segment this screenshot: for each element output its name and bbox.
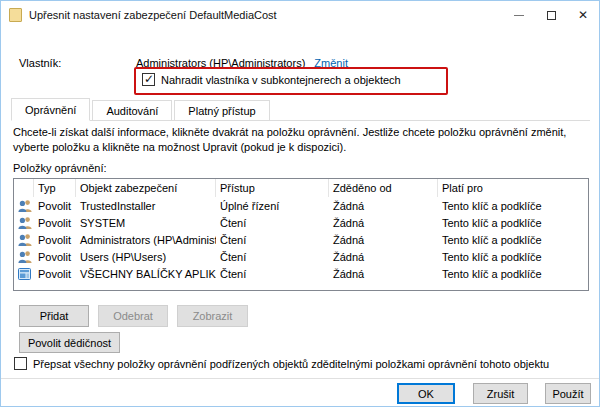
perm-applies: Tento klíč a podklíče [438,214,588,231]
perm-access: Čtení [216,231,329,248]
users-icon [14,231,34,248]
perm-principal: TrustedInstaller [76,197,216,214]
perm-type: Povolit [34,214,76,231]
owner-label: Vlastník: [19,57,61,69]
view-button: Zobrazit [177,305,248,327]
tab-auditing[interactable]: Auditování [92,100,172,121]
list-header: Typ Objekt zabezpečení Přístup Zděděno o… [14,179,588,197]
close-button[interactable]: ✕ [567,1,599,29]
window-controls: ✕ [503,1,599,29]
perm-inherited: Žádná [329,214,438,231]
perm-applies: Tento klíč a podklíče [438,265,588,282]
table-row[interactable]: Povolit Users (HP\Users) Čtení Žádná Ten… [14,248,588,265]
ok-button[interactable]: OK [397,383,455,404]
tab-strip: Oprávnění Auditování Platný přístup [11,98,272,121]
replace-child-permissions-row[interactable]: Přepsat všechny položky oprávnění podříz… [14,357,594,370]
remove-button: Odebrat [98,305,168,327]
perm-access: Úplné řízení [216,197,329,214]
advanced-security-dialog: Upřesnit nastavení zabezpečení DefaultMe… [0,0,600,407]
perm-principal: Administrators (HP\Administr... [76,231,216,248]
table-row[interactable]: Povolit VŠECHNY BALÍČKY APLIKACÍ Čtení Ž… [14,265,588,282]
perm-access: Čtení [216,248,329,265]
tab-effective-access[interactable]: Platný přístup [174,100,269,121]
replace-owner-checkbox-row[interactable]: Nahradit vlastníka v subkontejnerech a o… [142,73,401,86]
window-title: Upřesnit nastavení zabezpečení DefaultMe… [29,9,277,21]
minimize-icon [514,15,524,16]
enable-inheritance-button[interactable]: Povolit dědičnost [19,332,120,353]
header-access[interactable]: Přístup [216,179,329,197]
permissions-list: Typ Objekt zabezpečení Přístup Zděděno o… [13,178,589,291]
perm-principal: SYSTEM [76,214,216,231]
perm-applies: Tento klíč a podklíče [438,197,588,214]
users-icon [14,214,34,231]
perm-applies: Tento klíč a podklíče [438,248,588,265]
header-type[interactable]: Typ [34,179,76,197]
perm-inherited: Žádná [329,248,438,265]
table-row[interactable]: Povolit TrustedInstaller Úplné řízení Žá… [14,197,588,214]
header-applies[interactable]: Platí pro [438,179,588,197]
perm-principal: VŠECHNY BALÍČKY APLIKACÍ [76,265,216,282]
perm-access: Čtení [216,214,329,231]
perm-applies: Tento klíč a podklíče [438,231,588,248]
replace-owner-checkbox-label: Nahradit vlastníka v subkontejnerech a o… [161,74,401,86]
table-row[interactable]: Povolit SYSTEM Čtení Žádná Tento klíč a … [14,214,588,231]
maximize-button[interactable] [535,1,567,29]
permission-entries-label: Položky oprávnění: [13,162,107,174]
replace-child-permissions-checkbox[interactable] [14,357,27,370]
perm-principal: Users (HP\Users) [76,248,216,265]
perm-type: Povolit [34,265,76,282]
users-icon [14,248,34,265]
replace-owner-checkbox[interactable] [142,73,155,86]
close-icon: ✕ [578,8,588,22]
maximize-icon [547,11,556,20]
app-package-icon [14,265,34,282]
users-icon [14,197,34,214]
instructions-text: Chcete-li získat další informace, klikně… [13,125,589,155]
minimize-button[interactable] [503,1,535,29]
replace-child-permissions-label: Přepsat všechny položky oprávnění podříz… [33,358,549,370]
header-inherited[interactable]: Zděděno od [329,179,438,197]
perm-type: Povolit [34,231,76,248]
perm-inherited: Žádná [329,231,438,248]
perm-inherited: Žádná [329,197,438,214]
perm-access: Čtení [216,265,329,282]
perm-type: Povolit [34,197,76,214]
cancel-button[interactable]: Zrušit [473,383,528,404]
perm-inherited: Žádná [329,265,438,282]
header-principal[interactable]: Objekt zabezpečení [76,179,216,197]
header-icon-spacer [14,179,34,197]
apply-button[interactable]: Použít [545,383,591,404]
tab-permissions[interactable]: Oprávnění [11,98,90,121]
dialog-buttons: OK Zrušit Použít [397,383,591,404]
footer-separator [1,378,599,379]
add-button[interactable]: Přidat [19,305,89,327]
table-row[interactable]: Povolit Administrators (HP\Administr... … [14,231,588,248]
folder-icon [9,8,22,22]
perm-type: Povolit [34,248,76,265]
